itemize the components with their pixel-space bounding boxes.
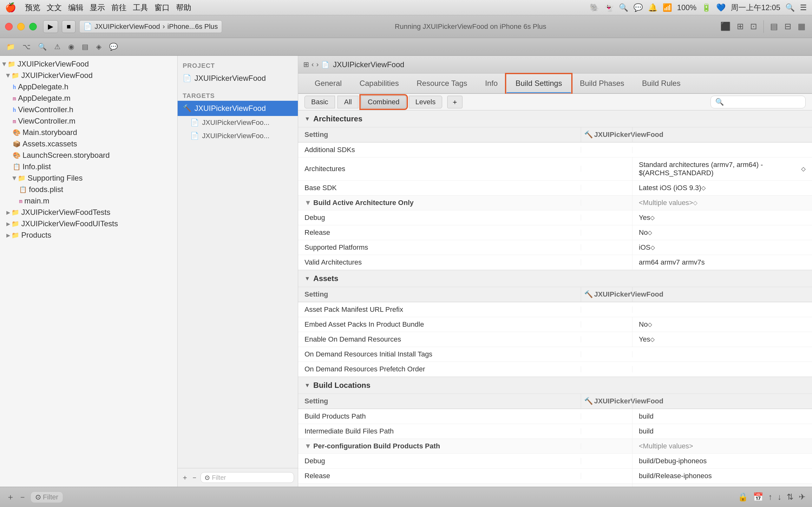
layout-left-btn[interactable]: ⬛: [719, 20, 732, 33]
vcs-nav-icon[interactable]: ⌥: [20, 42, 33, 52]
utilities-toggle-btn[interactable]: ▦: [797, 20, 807, 33]
menu-tools[interactable]: 工具: [133, 3, 148, 13]
setting-value-arch-release[interactable]: No ◇: [632, 225, 812, 240]
minimize-button[interactable]: [17, 23, 25, 31]
setting-value-architectures[interactable]: Standard architectures (armv7, arm64) - …: [632, 158, 812, 180]
menu-window[interactable]: 窗口: [154, 3, 170, 13]
nav-icon-up[interactable]: ↑: [768, 492, 772, 502]
tab-build-rules[interactable]: Build Rules: [633, 74, 689, 93]
tab-build-phases[interactable]: Build Phases: [571, 74, 633, 93]
apple-menu[interactable]: 🍎: [5, 2, 16, 13]
nav-icon-plane[interactable]: ✈: [799, 492, 806, 502]
nav-icon-calendar[interactable]: 📅: [753, 492, 763, 502]
setting-value-per-config-products[interactable]: <Multiple values>: [632, 439, 812, 453]
menu-edit[interactable]: 编辑: [68, 3, 84, 13]
nav-item-info-plist[interactable]: 📋 Info.plist: [0, 161, 177, 172]
nav-item-products[interactable]: ▶ 📁 Products: [0, 229, 177, 241]
remove-file-btn[interactable]: －: [18, 492, 27, 503]
tab-info[interactable]: Info: [476, 74, 507, 93]
settings-search-input[interactable]: [726, 98, 812, 106]
setting-value-arch-debug[interactable]: Yes ◇: [632, 210, 812, 225]
target-item-0[interactable]: 🔨 JXUIPickerViewFood: [177, 101, 298, 116]
nav-item-tests[interactable]: ▶ 📁 JXUIPickerViewFoodTests: [0, 207, 177, 218]
nav-item-group1[interactable]: ▶ 📁 JXUIPickerViewFood: [0, 70, 177, 81]
settings-search-box[interactable]: 🔍: [711, 96, 806, 108]
setting-value-asset-pack-url[interactable]: [632, 306, 812, 313]
notification-icon[interactable]: ☰: [800, 3, 807, 12]
nav-item-uitests[interactable]: ▶ 📁 JXUIPickerViewFoodUITests: [0, 218, 177, 229]
setting-value-supported-platforms[interactable]: iOS ◇: [632, 240, 812, 255]
menu-view[interactable]: 显示: [90, 3, 105, 13]
setting-value-enable-on-demand[interactable]: Yes ◇: [632, 332, 812, 347]
setting-value-base-sdk[interactable]: Latest iOS (iOS 9.3) ◇: [632, 181, 812, 195]
navigator-toggle-btn[interactable]: ▤: [769, 20, 779, 33]
nav-item-assets[interactable]: 📦 Assets.xcassets: [0, 138, 177, 150]
section-build-locations[interactable]: ▼ Build Locations: [298, 377, 812, 394]
setting-value-loc-debug[interactable]: build/Debug-iphoneos: [632, 454, 812, 468]
add-target-btn[interactable]: ＋: [182, 473, 189, 482]
spotlight-icon[interactable]: 🔍: [785, 3, 795, 12]
tab-capabilities[interactable]: Capabilities: [351, 74, 408, 93]
debug-nav-icon[interactable]: ▤: [79, 42, 91, 52]
menu-go[interactable]: 前往: [111, 3, 126, 13]
filter-all-btn[interactable]: All: [338, 96, 358, 108]
add-file-btn[interactable]: ＋: [6, 492, 14, 503]
filter-levels-btn[interactable]: Levels: [409, 96, 443, 108]
target-item-1[interactable]: 📄 JXUIPickerViewFoo...: [177, 116, 298, 129]
target-filter-box[interactable]: ⊙ Filter: [200, 472, 294, 483]
setting-value-loc-release[interactable]: build/Release-iphoneos: [632, 469, 812, 483]
setting-value-intermediate-build[interactable]: build: [632, 424, 812, 439]
nav-icon-updown[interactable]: ⇅: [786, 492, 794, 502]
setting-value-build-products-path[interactable]: build: [632, 409, 812, 424]
nav-item-appdelegate-h[interactable]: h AppDelegate.h: [0, 81, 177, 93]
section-assets[interactable]: ▼ Assets: [298, 270, 812, 287]
section-architectures[interactable]: ▼ Architectures: [298, 110, 812, 127]
nav-item-viewcontroller-h[interactable]: h ViewController.h: [0, 104, 177, 115]
nav-item-launchscreen[interactable]: 🎨 LaunchScreen.storyboard: [0, 150, 177, 161]
close-button[interactable]: [5, 23, 13, 31]
menu-help[interactable]: 帮助: [176, 3, 191, 13]
forward-btn[interactable]: ›: [316, 60, 318, 69]
nav-item-main-storyboard[interactable]: 🎨 Main.storyboard: [0, 127, 177, 138]
setting-value-valid-arch[interactable]: arm64 armv7 armv7s: [632, 255, 812, 270]
test-nav-icon[interactable]: ◉: [66, 42, 77, 52]
nav-icon-lock[interactable]: 🔒: [738, 492, 748, 502]
folder-nav-icon[interactable]: 📁: [4, 42, 17, 52]
remove-target-btn[interactable]: －: [191, 473, 198, 482]
run-button[interactable]: ▶: [43, 20, 58, 33]
setting-value-additional-sdks[interactable]: [632, 147, 812, 153]
breadcrumb-editor-btn[interactable]: ⊞: [303, 60, 309, 69]
warning-nav-icon[interactable]: ⚠: [52, 42, 63, 52]
menu-file[interactable]: 文文: [47, 3, 62, 13]
bottom-filter-box[interactable]: ⊙ Filter: [31, 492, 63, 503]
debug-toggle-btn[interactable]: ⊟: [783, 20, 793, 33]
nav-item-viewcontroller-m[interactable]: m ViewController.m: [0, 115, 177, 127]
nav-item-main-m[interactable]: m main.m: [0, 195, 177, 207]
nav-item-appdelegate-m[interactable]: m AppDelegate.m: [0, 93, 177, 104]
maximize-button[interactable]: [29, 23, 37, 31]
filter-basic-btn[interactable]: Basic: [305, 96, 335, 108]
nav-icon-down[interactable]: ↓: [777, 492, 781, 502]
add-setting-btn[interactable]: ＋: [447, 96, 462, 108]
tab-build-settings[interactable]: Build Settings: [507, 74, 571, 93]
version-editor-btn[interactable]: ⊡: [749, 20, 758, 33]
filter-combined-btn[interactable]: Combined: [361, 96, 406, 108]
scheme-selector[interactable]: 📄 JXUIPickerViewFood › iPhone...6s Plus: [79, 20, 222, 33]
nav-item-supporting[interactable]: ▶ 📁 Supporting Files: [0, 172, 177, 184]
search-nav-icon[interactable]: 🔍: [36, 42, 49, 52]
report-nav-icon[interactable]: 💬: [107, 42, 120, 52]
breakpoint-nav-icon[interactable]: ◈: [94, 42, 104, 52]
setting-value-on-demand-initial[interactable]: [632, 351, 812, 357]
nav-item-root[interactable]: ▶ 📁 JXUIPickerViewFood: [0, 58, 177, 70]
target-item-2[interactable]: 📄 JXUIPickerViewFoo...: [177, 129, 298, 143]
tab-resource-tags[interactable]: Resource Tags: [408, 74, 476, 93]
assistant-editor-btn[interactable]: ⊞: [735, 20, 745, 33]
setting-value-per-config-intermediate[interactable]: <Multiple values>: [632, 484, 812, 487]
setting-value-on-demand-prefetch[interactable]: [632, 366, 812, 372]
nav-item-foods-plist[interactable]: 📋 foods.plist: [0, 184, 177, 195]
tab-general[interactable]: General: [306, 74, 351, 93]
setting-value-build-active-arch[interactable]: <Multiple values> ◇: [632, 195, 812, 210]
stop-button[interactable]: ■: [62, 20, 75, 33]
search-menu-icon[interactable]: 🔍: [619, 3, 628, 12]
back-btn[interactable]: ‹: [311, 60, 314, 69]
